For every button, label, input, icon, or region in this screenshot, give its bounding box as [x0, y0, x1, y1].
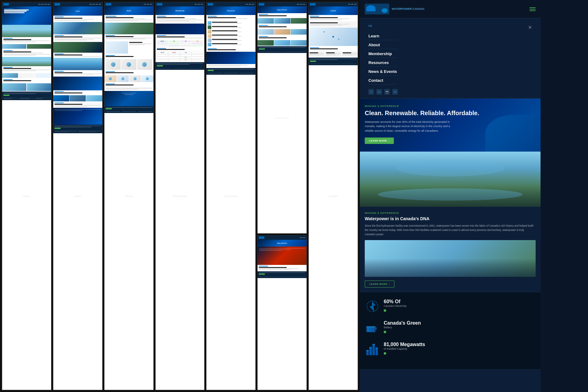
- contact-column: Contact: [308, 2, 358, 390]
- svg-rect-7: [375, 327, 377, 330]
- mini-nav-links-contact: [348, 4, 356, 5]
- resources-thumb[interactable]: Resources: [206, 2, 256, 390]
- stat-electricity: 60% Of Canada's Electricity: [365, 299, 536, 314]
- nav-item-membership[interactable]: Membership: [368, 50, 398, 58]
- stat-capacity: 81,000 Megawatts of Installed Capacity: [365, 341, 536, 357]
- svg-rect-10: [369, 348, 372, 355]
- svg-rect-13: [372, 344, 375, 345]
- svg-rect-12: [372, 345, 375, 355]
- wp-header: WATERPOWER CANADA: [360, 0, 541, 18]
- hamburger-line-3: [530, 10, 536, 11]
- mini-nav-links-news: [297, 4, 305, 5]
- hamburger-line-2: [530, 9, 536, 9]
- hero-desc: Waterpower accounts for over 60% of the …: [365, 120, 450, 133]
- battery-number: Canada's Green: [384, 320, 536, 326]
- membership-column: Membership: [155, 2, 205, 390]
- svg-marker-0: [369, 301, 375, 312]
- news-thumb-bottom[interactable]: News & Events: [257, 235, 307, 390]
- svg-rect-14: [375, 348, 378, 355]
- news-column: News & Events: [257, 2, 307, 390]
- dna-cta-label: LEARN MORE: [369, 283, 387, 285]
- battery-text: Canada's Green Battery: [384, 320, 536, 333]
- dna-tag: MAKING A DIFFERENCE: [365, 212, 536, 214]
- hamburger-line-1: [530, 7, 536, 8]
- about-thumb[interactable]: About: [104, 2, 154, 390]
- hero-cta-button[interactable]: LEARN MORE ›: [365, 138, 394, 144]
- stat-battery: Canada's Green Battery: [365, 320, 536, 335]
- wp-logo-area: WATERPOWER CANADA: [365, 4, 424, 14]
- news-events-bottom-label: News & Events: [277, 243, 287, 244]
- instagram-icon[interactable]: 📷: [384, 89, 390, 95]
- mini-nav-links-resources: [246, 4, 254, 5]
- nav-dropdown: FR Learn About Membership Resources News…: [360, 18, 541, 99]
- home-thumb[interactable]: Home: [2, 2, 51, 390]
- wp-hero-image: [360, 152, 541, 207]
- electricity-label: Canada's Electricity: [384, 304, 536, 308]
- hamburger-icon[interactable]: [530, 7, 536, 11]
- svg-rect-9: [366, 350, 369, 351]
- dna-image: [365, 240, 536, 277]
- wp-stats-section: 60% Of Canada's Electricity: [360, 292, 541, 369]
- electricity-icon: [365, 299, 380, 314]
- mini-logo-learn: [55, 3, 60, 6]
- electricity-number: 60% Of: [384, 299, 536, 304]
- contact-thumb[interactable]: Contact: [308, 2, 358, 390]
- svg-rect-4: [367, 327, 369, 332]
- svg-rect-6: [372, 327, 374, 332]
- pages-area: Home Learn: [0, 0, 360, 392]
- capacity-icon: [365, 341, 380, 357]
- electricity-text: 60% Of Canada's Electricity: [384, 299, 536, 312]
- capacity-number: 81,000 Megawatts: [384, 341, 536, 347]
- news-events-hero-label: News & Events: [277, 9, 287, 11]
- dna-cta-button[interactable]: LEARN MORE ›: [365, 281, 394, 288]
- wp-logo: [365, 4, 389, 14]
- mini-logo-news: [259, 3, 264, 6]
- learn-column: Learn: [53, 2, 103, 390]
- battery-icon: [365, 320, 380, 335]
- nav-item-resources[interactable]: Resources: [368, 59, 398, 67]
- mini-nav-links-membership: [194, 4, 203, 5]
- close-dropdown-icon[interactable]: ✕: [528, 24, 532, 30]
- twitter-icon[interactable]: 𝕏: [368, 89, 374, 95]
- mini-logo-contact: [310, 3, 315, 6]
- main-container: Home Learn: [0, 0, 588, 392]
- svg-rect-5: [370, 327, 371, 332]
- capacity-circle: [384, 352, 386, 355]
- nav-item-news-events[interactable]: News & Events: [368, 68, 398, 76]
- mini-logo-news2: [259, 236, 264, 239]
- right-panel: WATERPOWER CANADA FR Learn About Members…: [360, 0, 588, 392]
- mini-nav-links-about: [144, 4, 152, 5]
- capacity-text: 81,000 Megawatts of Installed Capacity: [384, 341, 536, 355]
- wp-hero-section: MAKING A DIFFERENCE Clean. Renewable. Re…: [360, 99, 541, 152]
- social-icons: 𝕏 in 📷 ✉: [368, 89, 398, 95]
- battery-label: Battery: [384, 326, 536, 330]
- membership-thumb[interactable]: Membership: [155, 2, 205, 390]
- linkedin-icon[interactable]: in: [376, 89, 382, 95]
- mini-logo-about: [106, 3, 111, 6]
- nav-item-about[interactable]: About: [368, 41, 398, 49]
- wp-logo-text: WATERPOWER CANADA: [392, 7, 424, 11]
- home-column: Home: [2, 2, 51, 390]
- about-column: About: [104, 2, 154, 390]
- mini-logo-resources: [208, 3, 213, 6]
- hero-cta-arrow: ›: [389, 139, 390, 142]
- hero-cta-label: LEARN MORE: [369, 139, 387, 142]
- nav-lang[interactable]: FR: [368, 24, 398, 28]
- dna-desc: Since the first hydropower facility was …: [365, 224, 536, 236]
- dna-title: Waterpower is in Canada's DNA: [365, 216, 536, 221]
- nav-item-learn[interactable]: Learn: [368, 32, 398, 40]
- hero-title: Clean. Renewable. Reliable. Affordable.: [365, 109, 536, 117]
- news-thumb-top[interactable]: News & Events: [257, 2, 307, 234]
- svg-rect-8: [366, 351, 369, 355]
- wp-dna-section: MAKING A DIFFERENCE Waterpower is in Can…: [360, 207, 541, 292]
- mini-logo-membership: [157, 3, 162, 6]
- svg-rect-11: [369, 347, 372, 348]
- nav-item-contact[interactable]: Contact: [368, 77, 398, 85]
- mini-logo: [3, 3, 9, 6]
- email-icon[interactable]: ✉: [392, 89, 398, 95]
- mini-nav-links: [38, 4, 50, 5]
- battery-circle: [384, 331, 386, 333]
- capacity-label: of Installed Capacity: [384, 347, 536, 351]
- learn-thumb[interactable]: Learn: [53, 2, 103, 390]
- electricity-circle: [384, 309, 386, 312]
